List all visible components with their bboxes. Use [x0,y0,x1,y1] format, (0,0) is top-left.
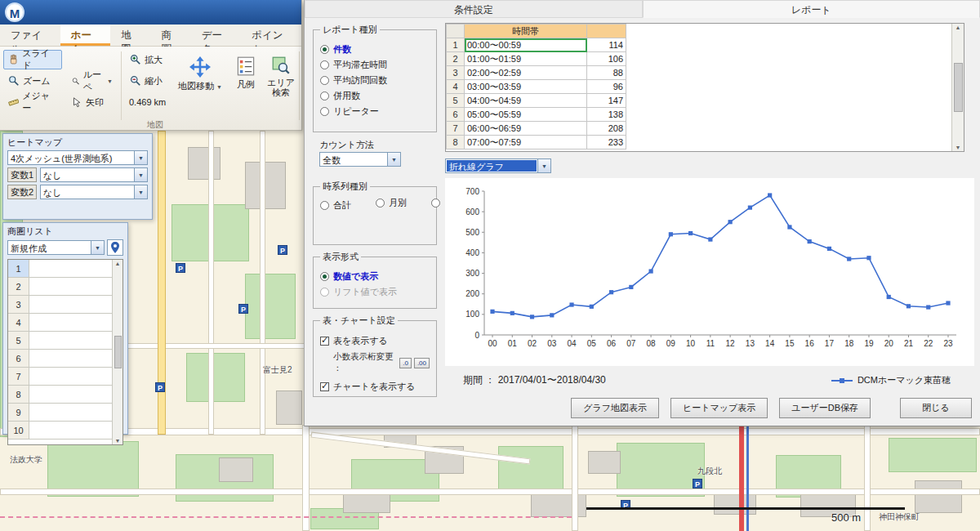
scroll-up-icon[interactable]: ▲ [956,25,961,30]
svg-text:03: 03 [547,339,557,348]
ribbon-tab-ファイル[interactable]: ファイル [0,25,60,46]
table-cell[interactable]: 05:00〜05:59 [465,108,587,122]
radio-件数[interactable]: 件数 [320,43,430,56]
ribbon-tab-商圏[interactable]: 商圏 [150,25,190,46]
table-cell[interactable]: 106 [587,52,626,66]
analysis-button[interactable]: 分析 [301,50,302,122]
list-item[interactable]: 6 [8,350,112,368]
footer-button-グラフ地図表示[interactable]: グラフ地図表示 [571,398,659,418]
footer-button-ユーザーDB保存[interactable]: ユーザーDB保存 [779,398,871,418]
zoom-out-button[interactable]: 縮小 [125,71,172,91]
trade-list-scrollbar[interactable]: ▲ ▼ [112,260,122,444]
table-corner-cell[interactable] [447,25,465,38]
chevron-down-icon[interactable]: ▼ [134,151,147,164]
chevron-down-icon[interactable]: ▼ [134,168,147,181]
table-cell[interactable]: 02:00〜02:59 [465,66,587,80]
table-cell[interactable]: 88 [587,66,626,80]
graph-type-select[interactable]: 折れ線グラフ ▼ [445,158,551,173]
row-header[interactable]: 1 [447,38,465,52]
footer-button-ヒートマップ表示[interactable]: ヒートマップ表示 [670,398,768,418]
chevron-down-icon[interactable]: ▼ [537,159,550,172]
list-item[interactable]: 7 [8,368,112,386]
row-header[interactable]: 2 [447,52,465,66]
tab-report[interactable]: レポート [643,0,980,18]
table-cell[interactable]: 06:00〜06:59 [465,122,587,136]
table-cell[interactable]: 138 [587,108,626,122]
list-item[interactable]: 2 [8,278,112,296]
table-cell[interactable]: 03:00〜03:59 [465,80,587,94]
title-bar[interactable]: M [0,0,301,25]
loupe-button[interactable]: ルーペ ▼ [67,71,118,91]
decimal-increase-button[interactable]: .0 [399,358,412,368]
column-header-timeband[interactable]: 時間帯 [465,25,587,38]
scroll-up-icon[interactable]: ▲ [115,261,121,266]
hand-icon [8,54,19,65]
legend-button[interactable]: 凡例 [229,50,263,122]
row-header[interactable]: 8 [447,136,465,149]
table-cell[interactable]: 07:00〜07:59 [465,136,587,149]
scroll-down-icon[interactable]: ▼ [115,438,121,444]
radio-月別[interactable]: 月別 [376,197,430,209]
scroll-down-icon[interactable]: ▼ [956,145,961,150]
table-cell[interactable]: 147 [587,94,626,108]
ribbon-tab-地図[interactable]: 地図 [110,25,150,46]
arrow-button[interactable]: 矢印 [67,92,113,112]
slide-button[interactable]: スライド [3,50,62,69]
measure-button[interactable]: メジャー [3,92,62,112]
table-cell[interactable]: 00:00〜00:59 [465,38,587,52]
table-cell[interactable]: 04:00〜04:59 [465,94,587,108]
list-item[interactable]: 9 [8,404,112,422]
radio-リフト値で表示[interactable]: リフト値で表示 [320,286,430,298]
ribbon-tab-データ[interactable]: データ [191,25,242,46]
var2-select[interactable]: なし ▼ [40,185,148,199]
decimal-decrease-button[interactable]: .00 [414,358,430,368]
list-item[interactable]: 8 [8,386,112,404]
row-header[interactable]: 7 [447,122,465,136]
area-search-button[interactable]: エリア検索 [265,50,297,122]
column-header-value[interactable] [587,25,626,38]
count-method-select[interactable]: 全数 ▼ [319,152,401,167]
row-header[interactable]: 5 [447,94,465,108]
chevron-down-icon[interactable]: ▼ [91,241,104,254]
row-header[interactable]: 4 [447,80,465,94]
scrollbar-thumb[interactable] [114,336,122,368]
list-item[interactable]: 3 [8,296,112,314]
var1-select[interactable]: なし ▼ [40,167,148,182]
table-scrollbar[interactable]: ▲ ▼ [951,24,964,151]
row-header[interactable]: 6 [447,108,465,122]
radio-平均滞在時間[interactable]: 平均滞在時間 [320,59,430,71]
radio-リピーター[interactable]: リピーター [320,105,430,118]
list-item[interactable]: 10 [8,422,112,440]
tab-condition-settings[interactable]: 条件設定 [305,0,643,18]
footer-button-閉じる[interactable]: 閉じる [900,398,972,418]
show-chart-checkbox[interactable]: チャートを表示する [320,381,430,393]
trade-area-select[interactable]: 新規作成 ▼ [7,240,105,255]
row-header[interactable]: 3 [447,66,465,80]
show-table-checkbox[interactable]: 表を表示する [320,335,430,347]
table-cell[interactable]: 96 [587,80,626,94]
map-move-button[interactable]: 地図移動 ▼ [176,50,224,122]
table-row: 807:00〜07:59233 [447,136,626,149]
svg-text:08: 08 [647,339,657,348]
ribbon-tab-ホーム[interactable]: ホーム [60,25,111,46]
zoom-button[interactable]: ズーム [3,71,57,91]
chevron-down-icon[interactable]: ▼ [387,153,400,166]
mesh-select[interactable]: 4次メッシュ(世界測地系) ▼ [7,150,148,165]
table-cell[interactable]: 233 [587,136,626,149]
radio-併用数[interactable]: 併用数 [320,90,430,102]
table-cell[interactable]: 114 [587,38,626,52]
list-item[interactable]: 1 [8,260,112,278]
scrollbar-thumb[interactable] [954,63,963,112]
table-cell[interactable]: 01:00〜01:59 [465,52,587,66]
map-scale-value[interactable]: 0.469 km [129,97,166,107]
radio-合計[interactable]: 合計 [320,199,374,212]
list-item[interactable]: 4 [8,314,112,332]
list-item[interactable]: 5 [8,332,112,350]
radio-数値で表示[interactable]: 数値で表示 [320,270,430,283]
table-cell[interactable]: 208 [587,122,626,136]
ribbon-tab-ポイント[interactable]: ポイント [241,25,301,46]
radio-平均訪問回数[interactable]: 平均訪問回数 [320,74,430,87]
zoom-in-button[interactable]: 拡大 [125,50,172,69]
chevron-down-icon[interactable]: ▼ [134,185,147,199]
map-pin-button[interactable] [107,239,123,256]
